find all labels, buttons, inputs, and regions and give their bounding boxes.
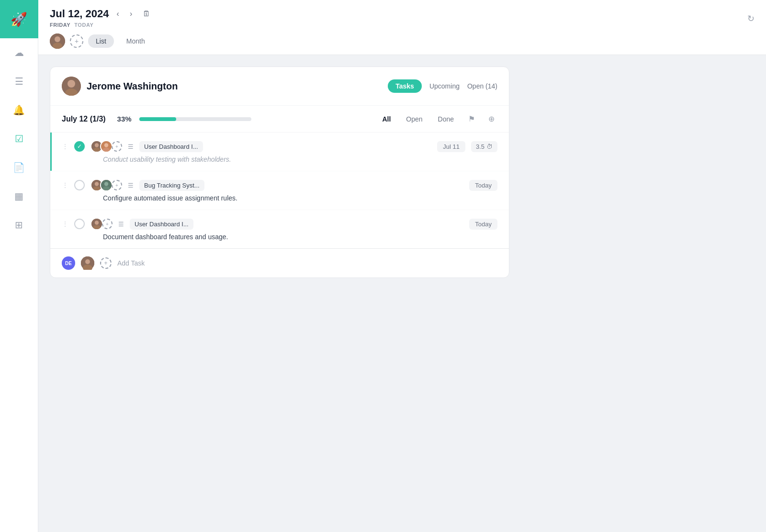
svg-point-17	[102, 187, 110, 191]
task-item: ⋮	[50, 171, 509, 210]
card-user-name: Jerome Washington	[87, 81, 178, 92]
layers-filter-button[interactable]: ⊕	[485, 112, 497, 125]
task-avatars: +	[90, 140, 122, 153]
svg-point-7	[95, 143, 99, 147]
filter-all-button[interactable]: All	[378, 113, 394, 125]
month-view-button[interactable]: Month	[119, 34, 153, 48]
refresh-button[interactable]: ↻	[747, 13, 755, 24]
svg-point-14	[93, 187, 100, 191]
progress-bar-fill	[139, 117, 176, 121]
drag-handle[interactable]: ⋮	[62, 143, 68, 150]
task-assignee-avatar	[90, 218, 103, 230]
sidebar-item-bell[interactable]: 🔔	[0, 96, 38, 124]
task-add-assignee-button-2[interactable]: +	[112, 180, 122, 190]
clock-icon: ⏱	[486, 143, 493, 150]
page-content: Jerome Washington Tasks Upcoming Open (1…	[38, 55, 766, 532]
filter-open-button[interactable]: Open	[402, 113, 426, 125]
filter-percent: 33%	[117, 115, 132, 123]
upcoming-tab[interactable]: Upcoming	[429, 82, 460, 90]
task-title-1[interactable]: User Dashboard I...	[139, 141, 203, 152]
task-description-3: Document dashboard features and usage.	[103, 233, 497, 241]
rocket-icon: 🚀	[11, 11, 27, 27]
task-assignee-avatar-2	[100, 140, 113, 153]
add-task-assignee-button[interactable]: +	[100, 257, 112, 269]
svg-point-4	[68, 80, 75, 88]
topbar: Jul 12, 2024 ‹ › 🗓 FRIDAY TODAY + List M…	[38, 0, 766, 55]
bell-icon: 🔔	[13, 104, 25, 116]
list-view-button[interactable]: List	[88, 34, 114, 48]
menu-icon: ☰	[15, 76, 23, 87]
sidebar-item-cloud[interactable]: ☁	[0, 38, 38, 67]
card-header: Jerome Washington Tasks Upcoming Open (1…	[50, 67, 509, 106]
sidebar: 🚀 ☁ ☰ 🔔 ☑ 📄 ▦ ⊞	[0, 0, 38, 532]
topbar-today: TODAY	[74, 22, 93, 28]
add-task-de-badge: DE	[62, 256, 75, 270]
progress-bar-container	[139, 117, 251, 121]
task-list: ⋮ ✓	[50, 133, 509, 248]
filter-date: July 12 (1/3)	[62, 115, 106, 123]
svg-point-11	[102, 148, 110, 153]
task-avatars: +	[90, 179, 122, 191]
next-date-button[interactable]: ›	[127, 8, 135, 20]
sidebar-item-tasks[interactable]: ☑	[0, 124, 38, 153]
sidebar-item-grid[interactable]: ▦	[0, 182, 38, 211]
user-avatar[interactable]	[50, 33, 65, 49]
main-content: Jul 12, 2024 ‹ › 🗓 FRIDAY TODAY + List M…	[38, 0, 766, 532]
tasks-tab[interactable]: Tasks	[388, 79, 422, 93]
list-icon: ☰	[118, 221, 124, 228]
svg-point-8	[93, 148, 100, 153]
task-description-1: Conduct usability testing with stakehold…	[103, 155, 497, 163]
filter-bar: July 12 (1/3) 33% All Open Done ⚑ ⊕	[50, 106, 509, 133]
svg-point-19	[95, 221, 99, 224]
topbar-day: FRIDAY	[50, 22, 70, 28]
svg-point-13	[95, 182, 99, 186]
sidebar-item-menu[interactable]: ☰	[0, 67, 38, 96]
task-assignee-avatar-2	[100, 179, 113, 191]
svg-point-10	[104, 143, 108, 147]
task-add-assignee-button-1[interactable]: +	[112, 141, 122, 152]
task-description-2: Configure automated issue assignment rul…	[103, 194, 497, 202]
cloud-icon: ☁	[14, 47, 24, 58]
task-title-2[interactable]: Bug Tracking Syst...	[139, 180, 204, 191]
add-task-label[interactable]: Add Task	[117, 259, 145, 267]
flag-icon: ⚑	[468, 115, 475, 123]
drag-handle[interactable]: ⋮	[62, 181, 68, 189]
task-date-3: Today	[469, 219, 497, 230]
grid-icon: ▦	[14, 190, 23, 202]
filter-done-button[interactable]: Done	[434, 113, 458, 125]
svg-point-22	[85, 259, 90, 264]
prev-date-button[interactable]: ‹	[114, 8, 122, 20]
task-checkbox-2[interactable]	[74, 180, 85, 190]
svg-point-16	[104, 182, 108, 186]
layers-icon: ⊕	[488, 115, 495, 123]
add-task-footer: DE + Add Task	[50, 248, 509, 277]
sidebar-item-docs[interactable]: 📄	[0, 153, 38, 182]
drag-handle[interactable]: ⋮	[62, 220, 68, 228]
calendar-button[interactable]: 🗓	[140, 8, 153, 20]
flag-filter-button[interactable]: ⚑	[465, 112, 478, 125]
document-icon: 📄	[13, 162, 25, 173]
task-date-2: Today	[469, 180, 497, 191]
list-icon: ☰	[128, 182, 134, 189]
list-icon: ☰	[128, 143, 134, 150]
svg-point-20	[93, 225, 100, 230]
sidebar-item-table[interactable]: ⊞	[0, 211, 38, 239]
task-item: ⋮ + ☰	[50, 210, 509, 248]
app-logo[interactable]: 🚀	[0, 0, 38, 38]
task-time-1: 3.5 ⏱	[471, 141, 497, 152]
svg-point-1	[55, 36, 60, 42]
table-icon: ⊞	[15, 219, 23, 231]
task-title-3[interactable]: User Dashboard I...	[130, 219, 193, 230]
task-checkbox-1[interactable]: ✓	[74, 141, 85, 152]
task-checkbox-3[interactable]	[74, 219, 85, 229]
tasks-card: Jerome Washington Tasks Upcoming Open (1…	[50, 66, 509, 278]
task-date-1: Jul 11	[437, 141, 465, 152]
add-user-button[interactable]: +	[70, 34, 83, 48]
card-user-avatar	[62, 77, 81, 96]
task-avatars: +	[90, 218, 113, 230]
task-add-assignee-button-3[interactable]: +	[102, 219, 113, 229]
topbar-date: Jul 12, 2024	[50, 8, 109, 20]
check-square-icon: ☑	[15, 133, 23, 144]
card-header-left: Jerome Washington	[62, 77, 178, 96]
open-tab[interactable]: Open (14)	[467, 82, 497, 90]
